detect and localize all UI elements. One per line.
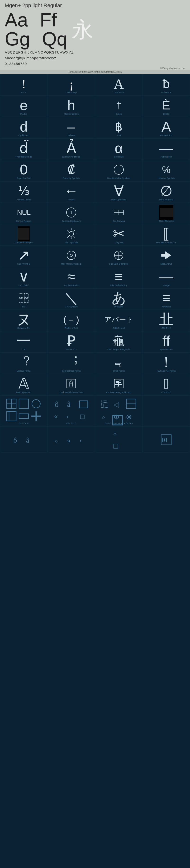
symbol-cjk: 一 — [16, 333, 31, 348]
label-latinexta: Latin Ext A — [114, 91, 124, 94]
symbol-greekext: α — [115, 141, 123, 156]
symbol-cjkexta: 㐀 — [159, 312, 174, 327]
label-boxdrawing: Box Drawing — [113, 220, 125, 222]
cell-cjk: 一 CJK — [0, 331, 47, 352]
label-latinextb: Latin Ext B — [161, 91, 172, 94]
cell-halffull: ！ Half And Full Forms — [143, 352, 190, 374]
label-cjkcompatforms: CJK Compat Forms — [62, 370, 80, 372]
label-enclosedalphanumSup: Enclosed Alphanum Sup — [60, 391, 83, 394]
cell-boxdrawing: Box Drawing — [95, 203, 143, 224]
label-arrows: Arrows — [68, 198, 75, 201]
copyright-text: © Design by fontke.com — [160, 67, 185, 70]
symbol-cyrillic: È — [162, 98, 170, 113]
digits: 0123456789 — [5, 61, 185, 67]
cell-katakanaext: ヌ Katakana Ext — [0, 310, 47, 331]
label-latinextc: Latin Ext C — [18, 284, 29, 287]
label-cjkexta: CJK Ext A — [161, 327, 171, 330]
label-enclosedAlpha: Enclosed Alphanum — [62, 220, 81, 222]
label-ipaext: IPA Ext — [21, 113, 27, 115]
final-grid: ô â ⬦ « ‹ — [0, 426, 190, 453]
svg-line-17 — [74, 236, 75, 238]
symbol-final-a: ô â — [12, 429, 36, 451]
cell-miscmathB: Misc Math Symbols B — [47, 246, 95, 267]
symbol-misctech: ∅ — [160, 183, 173, 198]
symbol-cjkcompatforms: ︔ — [64, 355, 78, 370]
svg-rect-26 — [19, 299, 23, 303]
label-numberforms: Number Forms — [16, 198, 31, 201]
cell-thai: ฿ Thai — [95, 117, 143, 138]
glyph-aa: Aa — [5, 10, 28, 30]
symbol-mathalphanum: 𝔸 — [18, 376, 29, 391]
label-diacriticals: Diacriticals For Symbols — [107, 177, 130, 180]
symbol-halffull: ！ — [159, 355, 174, 370]
symbol-cyrillicsup: d — [20, 119, 28, 134]
symbol-phoneticext: A — [161, 119, 171, 134]
symbol-katakanaext: ヌ — [16, 312, 31, 327]
cell-miscarrows: Misc Arrows — [143, 246, 190, 267]
cell-cjkexta: 㐀 CJK Ext A — [143, 310, 190, 331]
cell-eic: EIC — [0, 288, 47, 310]
svg-text:«: « — [67, 437, 71, 444]
label-latinextd: Latin Ext D — [66, 348, 76, 351]
svg-rect-27 — [24, 299, 28, 303]
svg-line-15 — [74, 230, 75, 231]
label-verticalforms: Vertical Forms — [17, 370, 31, 372]
svg-text:◁: ◁ — [114, 400, 119, 408]
svg-text:‹: ‹ — [80, 437, 82, 444]
label-punctuation: Punctuation — [160, 156, 172, 158]
cell-modifier: h Modifier Letters — [47, 96, 95, 117]
svg-text:⊗: ⊗ — [126, 412, 132, 421]
symbol-final-d: ⊞ — [160, 429, 172, 451]
label-mathop: Math Operators — [111, 198, 126, 201]
symbol-cjkcompatideo: 龜 — [113, 333, 125, 348]
symbol-latinexta: A — [114, 76, 124, 91]
symbol-cjkextc — [5, 398, 42, 422]
svg-text:⬦: ⬦ — [54, 437, 59, 444]
svg-text:ô: ô — [13, 436, 17, 444]
label-hebrew: Hebrew — [68, 134, 75, 137]
label-geoshapes: Geometric Shapes — [15, 241, 33, 244]
symbol-alphabeticpf: ff — [162, 333, 170, 348]
label-eic: EIC — [22, 306, 26, 308]
glyph-qq: Qq — [42, 30, 68, 49]
label-enclosedcjk: Enclosed CJK — [65, 327, 78, 330]
label-miscmathB: Misc Math Symbols B — [61, 263, 82, 265]
label-ascii: ASCII — [21, 91, 27, 94]
header-section: Mgen+ 2pp light Regular Aa Ff Gg Qq 永 AB… — [0, 0, 190, 70]
symbol-kangxi: — — [159, 269, 174, 284]
cell-geoshapes: Geometric Shapes — [0, 224, 47, 246]
alphabet-lower: abcdefghijklmnopqrstuvwxyz — [5, 55, 185, 61]
symbol-eic — [18, 290, 30, 306]
label-cjkextc: CJK Ext C — [19, 422, 29, 425]
svg-point-18 — [67, 251, 76, 259]
svg-text:â: â — [67, 400, 71, 408]
label-kangxi: Kangxi — [163, 284, 169, 287]
symbol-currency: ₡ — [68, 162, 75, 177]
symbol-enclosedalphanumSup: 🄰 — [67, 376, 76, 391]
label-latin1sup: Latin 1 Sup — [66, 91, 77, 94]
label-cjk: CJK — [22, 348, 26, 351]
label-blockelements: Block Elements — [159, 220, 174, 222]
symbol-superandsub: 0 — [20, 162, 28, 177]
symbol-katakana: ≡ — [162, 290, 170, 306]
symbol-arrows: ← — [64, 183, 78, 198]
glyph-ff: Ff — [40, 10, 57, 30]
symbol-cjksymbols: ＼ — [64, 290, 78, 306]
symbol-verticalforms: ︖ — [16, 355, 31, 370]
symbol-final-b: ⬦ « ‹ — [53, 429, 90, 451]
cell-greekext: α Greek Ext — [95, 138, 143, 160]
cell-alphabeticpf: ff Alphabetic PF — [143, 331, 190, 352]
cell-ascii: ! ASCII — [0, 74, 47, 96]
label-miscmathA: Misc Math Symbols A — [156, 241, 177, 244]
cell-suppunct: ≈ Sup Punctuation — [47, 267, 95, 288]
cell-phoneticextsup: d̈ Phonetic Ext Sup — [0, 138, 47, 160]
svg-marker-23 — [161, 251, 171, 259]
cell-cjkextd: ô â « ‹ ◻ CJK Ext D — [47, 396, 95, 426]
cell-cjkcompatforms: ︔ CJK Compat Forms — [47, 352, 95, 374]
cell-mathalphanum: 𝔸 Math Alphanum — [0, 374, 47, 396]
cell-dingbats: ✂ Dingbats — [95, 224, 143, 246]
alphabet-rows: ABCDEFGHIJKLMNOPQRSTUVWXYZ abcdefghijklm… — [5, 50, 185, 67]
svg-text:«: « — [54, 412, 58, 420]
symbol-numberforms: ⅓ — [18, 183, 30, 198]
copyright-row: © Design by fontke.com — [5, 67, 185, 70]
